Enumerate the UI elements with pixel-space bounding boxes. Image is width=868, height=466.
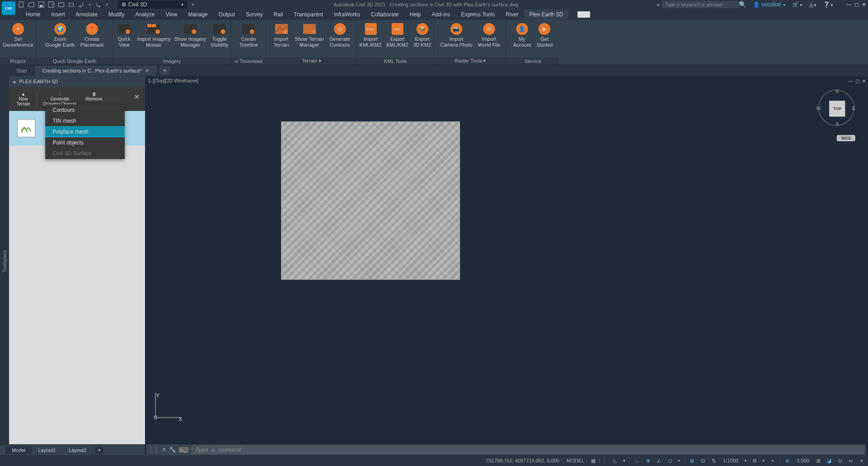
viewcube-north[interactable]: N	[835, 89, 839, 94]
menu-help[interactable]: Help	[404, 10, 427, 19]
cycling-icon[interactable]: ⇅	[710, 457, 718, 464]
generate-contours-button[interactable]: ◎Generate Contours	[327, 22, 353, 48]
open-icon[interactable]	[28, 1, 34, 8]
export-kml-button[interactable]: KMLExport KML/KMZ	[384, 22, 411, 48]
search-input[interactable]	[662, 1, 739, 8]
show-terrain-manager-button[interactable]: Show Terrain Manager	[292, 22, 327, 48]
menu-addins[interactable]: Add-ins	[426, 10, 456, 19]
menu-home[interactable]: Home	[20, 10, 46, 19]
autodesk-icon[interactable]: ◬▼	[809, 1, 817, 8]
menu-annotate[interactable]: Annotate	[70, 10, 103, 19]
annoscale-readout[interactable]: 1:1000	[721, 457, 740, 464]
transparency-icon[interactable]: ⊡	[699, 457, 707, 464]
viewport-controls[interactable]: [–][Top][2D Wireframe]	[149, 78, 199, 83]
panel-title[interactable]: Raster Tools ▾	[434, 57, 506, 65]
search-arrow-icon[interactable]: ▸	[657, 1, 660, 8]
terrain-thumbnail[interactable]	[17, 119, 35, 137]
menu-plexearth5d[interactable]: Plex-Earth 5D	[524, 10, 569, 19]
quick-view-button[interactable]: Quick View	[113, 22, 135, 48]
terrain-mesh-object[interactable]	[281, 121, 460, 280]
viewcube-face[interactable]: TOP	[829, 101, 845, 117]
menu-river[interactable]: River	[500, 10, 524, 19]
import-worldfile-button[interactable]: WImport World File	[475, 22, 503, 48]
grid-icon[interactable]: ▦	[590, 457, 597, 464]
quickprops-icon[interactable]: ⊜	[784, 457, 791, 464]
workspace-dropdown[interactable]: ⚙ Civil 3D ▼	[118, 0, 188, 9]
wcs-badge[interactable]: WCS	[837, 135, 855, 141]
viewcube-south[interactable]: S	[836, 122, 839, 127]
add-layout-button[interactable]: +	[95, 447, 103, 454]
menu-rail[interactable]: Rail	[268, 10, 289, 19]
minimize-button[interactable]: —	[846, 1, 852, 8]
sb-dropdown2[interactable]: ▼	[677, 459, 681, 463]
menu-modify[interactable]: Modify	[103, 10, 130, 19]
redo-dropdown[interactable]: ▼	[105, 3, 109, 7]
plot-icon[interactable]	[68, 1, 74, 8]
sb-dropdown4[interactable]: ▼	[762, 459, 766, 463]
my-account-button[interactable]: 👤My Account	[510, 22, 534, 48]
get-started-button[interactable]: ▶Get Started	[533, 22, 555, 48]
viewport[interactable]: [–][Top][2D Wireframe] — ◻ ✕ N S E W TOP…	[145, 76, 868, 447]
tab-start[interactable]: Start	[9, 66, 34, 75]
web-icon[interactable]	[58, 1, 64, 8]
ucs-icon[interactable]: YX	[153, 388, 185, 420]
hardware-icon[interactable]: ⊡	[836, 457, 844, 464]
lineweight-icon[interactable]: ⊞	[689, 457, 696, 464]
menu-expresstools[interactable]: Express Tools	[456, 10, 500, 19]
model-space-toggle[interactable]: MODEL	[565, 457, 586, 464]
menu-survey[interactable]: Survey	[240, 10, 268, 19]
toolspace-tab[interactable]: Toolspace	[0, 76, 9, 447]
help-icon[interactable]: ❔▼	[823, 1, 834, 8]
toggle-visibility-button[interactable]: Toggle Visibility	[208, 22, 231, 48]
show-imagery-manager-button[interactable]: Show Imagery Manager	[172, 22, 208, 48]
create-placemark-button[interactable]: 📍Create Placemark	[78, 22, 107, 48]
menu-transparent[interactable]: Transparent	[288, 10, 328, 19]
menu-insert[interactable]: Insert	[46, 10, 70, 19]
customize-icon[interactable]: ≡	[858, 457, 865, 464]
menu-collaborate[interactable]: Collaborate	[365, 10, 404, 19]
sb-dropdown3[interactable]: ▼	[744, 459, 747, 463]
ortho-icon[interactable]: ∟	[634, 457, 641, 464]
tab-model[interactable]: Model	[5, 446, 32, 454]
new-terrain-button[interactable]: ▲New Terrain	[13, 90, 34, 108]
vp-minimize-icon[interactable]: —	[848, 78, 853, 84]
cmdline-handle-icon[interactable]: ⋮⋮	[148, 447, 159, 453]
polar-icon[interactable]: ⊕	[645, 457, 652, 464]
viewcube-west[interactable]: W	[816, 106, 820, 111]
isodraft-icon[interactable]: ∠	[655, 457, 663, 464]
cmdline-close-icon[interactable]: ✕	[162, 447, 166, 453]
close-button[interactable]: ✕	[862, 1, 866, 8]
command-input[interactable]	[191, 445, 864, 454]
menu-output[interactable]: Output	[213, 10, 240, 19]
viewcube-east[interactable]: E	[852, 106, 855, 111]
panel-title[interactable]: Terrain ▾	[267, 57, 357, 65]
view-cube[interactable]: N S E W TOP	[818, 90, 854, 126]
undo-dropdown[interactable]: ▼	[88, 3, 92, 7]
menu-infraworks[interactable]: InfraWorks	[329, 10, 366, 19]
saveas-icon[interactable]	[48, 1, 54, 8]
close-icon[interactable]: ✕	[145, 67, 150, 74]
restore-button[interactable]: ◻	[854, 1, 859, 8]
tab-layout2[interactable]: Layout2	[62, 446, 92, 454]
vp-restore-icon[interactable]: ◻	[855, 78, 860, 84]
palette-header[interactable]: ▸ PLEX-EARTH 5D	[9, 76, 145, 87]
cleanscreen-icon[interactable]: ▭	[847, 457, 854, 464]
tab-layout1[interactable]: Layout1	[32, 446, 62, 454]
sb-dropdown1[interactable]: ▼	[622, 459, 626, 463]
gear-icon[interactable]: ⚙	[751, 457, 758, 464]
user-icon[interactable]: 👤 vsoulioti ▼	[753, 1, 786, 8]
lock-icon[interactable]: +	[769, 457, 776, 464]
snap-icon[interactable]: ⋮⋮⋮	[601, 457, 608, 464]
menuitem-pointobjects[interactable]: Point objects	[45, 137, 125, 148]
search-icon[interactable]: 🔍	[739, 1, 747, 8]
units-icon[interactable]: ⊞	[815, 457, 822, 464]
isolate-icon[interactable]: ◪	[825, 457, 833, 464]
redo-icon[interactable]	[95, 1, 102, 8]
import-cameraphoto-button[interactable]: 📷Import Camera Photo	[437, 22, 475, 48]
menu-analyze[interactable]: Analyze	[130, 10, 160, 19]
menu-view[interactable]: View	[160, 10, 183, 19]
import-kml-button[interactable]: KMLImport KML/KMZ	[357, 22, 384, 48]
menuitem-polyfacemesh[interactable]: Polyface mesh	[45, 126, 125, 137]
import-imagery-mosaic-button[interactable]: Import Imagery Mosaic	[135, 22, 172, 48]
create-timeline-button[interactable]: Create Timeline	[237, 22, 261, 48]
